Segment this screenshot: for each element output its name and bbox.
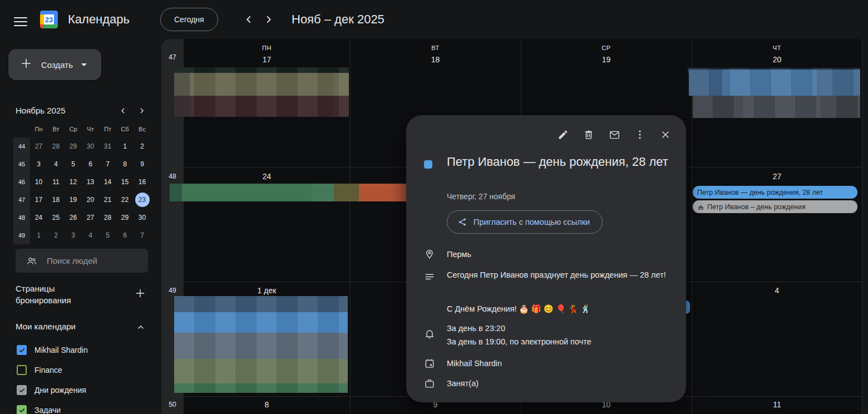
mini-cal-day[interactable]: 19 xyxy=(65,191,82,209)
date-17[interactable]: 17 xyxy=(263,55,272,64)
mini-cal-day-selected[interactable]: 23 xyxy=(134,191,151,209)
delete-icon[interactable] xyxy=(583,129,595,141)
calendar-item-mikhail-shardin[interactable]: Mikhail Shardin xyxy=(10,341,149,359)
mini-cal-day[interactable]: 28 xyxy=(47,137,65,155)
mini-cal-day[interactable]: 22 xyxy=(116,191,134,209)
event-color-swatch xyxy=(424,160,432,169)
create-button[interactable]: Создать xyxy=(8,49,101,80)
people-search-input[interactable] xyxy=(47,256,130,265)
event-location: Пермь xyxy=(447,248,676,260)
my-calendars-label[interactable]: Мои календари xyxy=(16,322,76,331)
blurred-multiday-event[interactable] xyxy=(170,184,407,201)
calendar-item-finance[interactable]: Finance xyxy=(10,361,149,379)
calendar-logo-icon[interactable]: 23 xyxy=(40,11,58,28)
mini-cal-day[interactable]: 2 xyxy=(47,226,65,244)
mini-cal-day[interactable]: 8 xyxy=(116,155,134,173)
date-4[interactable]: 4 xyxy=(692,286,862,295)
mini-cal-day[interactable]: 18 xyxy=(47,191,65,209)
checkbox-checked[interactable] xyxy=(17,345,27,355)
mini-cal-day[interactable]: 10 xyxy=(30,173,47,191)
mini-cal-day[interactable]: 30 xyxy=(82,137,99,155)
date-19[interactable]: 19 xyxy=(602,55,611,64)
mini-cal-day[interactable]: 20 xyxy=(82,191,99,209)
mini-cal-prev-icon[interactable] xyxy=(117,105,129,116)
mini-cal-day[interactable]: 27 xyxy=(30,137,47,155)
mini-cal-day[interactable]: 27 xyxy=(82,209,99,226)
mini-cal-day[interactable]: 21 xyxy=(99,191,116,209)
mini-cal-day[interactable]: 17 xyxy=(30,191,47,209)
main-menu-icon[interactable] xyxy=(12,12,29,27)
blurred-event-block[interactable] xyxy=(689,70,860,96)
add-booking-page-icon[interactable] xyxy=(134,287,147,300)
date-24[interactable]: 24 xyxy=(184,172,350,181)
mini-cal-day[interactable]: 26 xyxy=(65,209,82,226)
date-27[interactable]: 27 xyxy=(692,172,862,181)
mini-cal-day[interactable]: 12 xyxy=(65,173,82,191)
event-details-popup: Петр Иванов — день рождения, 28 лет Четв… xyxy=(406,115,686,402)
mini-cal-day[interactable]: 6 xyxy=(82,155,99,173)
mini-cal-day[interactable]: 7 xyxy=(134,226,151,244)
mini-cal-day[interactable]: 7 xyxy=(99,155,116,173)
event-chip-birthday-28[interactable]: Петр Иванов — день рождения, 28 лет xyxy=(693,186,857,199)
mini-cal-day[interactable]: 5 xyxy=(65,155,82,173)
collapse-my-calendars-icon[interactable] xyxy=(135,322,146,333)
mini-cal-day[interactable]: 28 xyxy=(99,209,116,226)
availability-briefcase-icon xyxy=(423,377,436,390)
checkbox-checked[interactable] xyxy=(17,405,27,414)
invite-by-link-button[interactable]: Пригласить с помощью ссылки xyxy=(447,210,603,234)
mini-cal-day[interactable]: 11 xyxy=(47,173,65,191)
blurred-event-block[interactable] xyxy=(174,73,349,96)
checkbox-unchecked[interactable] xyxy=(17,365,27,375)
mini-cal-day[interactable]: 30 xyxy=(134,209,151,226)
close-icon[interactable] xyxy=(659,129,672,141)
mini-cal-day[interactable]: 16 xyxy=(134,173,151,191)
mini-cal-day[interactable]: 15 xyxy=(116,173,134,191)
date-18[interactable]: 18 xyxy=(431,55,440,64)
people-search-box[interactable] xyxy=(16,249,148,273)
mini-cal-day[interactable]: 24 xyxy=(30,209,47,226)
mini-cal-day[interactable]: 13 xyxy=(82,173,99,191)
blurred-event-stack[interactable] xyxy=(174,296,348,393)
mini-cal-day[interactable]: 5 xyxy=(99,226,116,244)
mini-cal-day[interactable]: 2 xyxy=(134,137,151,155)
mini-cal-day[interactable]: 31 xyxy=(99,137,116,155)
calendar-owner-name: Mikhail Shardin xyxy=(447,357,676,369)
calendar-item-birthdays[interactable]: Дни рождения xyxy=(10,381,149,399)
mini-cal-day[interactable]: 29 xyxy=(116,209,134,226)
mini-cal-day[interactable]: 1 xyxy=(30,226,47,244)
mini-cal-day[interactable]: 4 xyxy=(47,155,65,173)
share-icon xyxy=(457,217,467,227)
mini-cal-day[interactable]: 6 xyxy=(116,226,134,244)
date-8[interactable]: 8 xyxy=(184,400,350,409)
booking-pages-label[interactable]: Страницы бронирования xyxy=(16,283,99,306)
mini-cal-day[interactable]: 1 xyxy=(116,137,134,155)
mini-cal-day[interactable]: 4 xyxy=(82,226,99,244)
mini-cal-day[interactable]: 3 xyxy=(65,226,82,244)
mini-cal-day[interactable]: 25 xyxy=(47,209,65,226)
date-11[interactable]: 11 xyxy=(692,400,862,409)
more-options-icon[interactable] xyxy=(634,129,646,141)
mini-cal-day[interactable]: 9 xyxy=(134,155,151,173)
calendar-item-tasks[interactable]: Задачи xyxy=(10,401,149,414)
next-period-icon[interactable] xyxy=(262,13,275,26)
mini-cal-next-icon[interactable] xyxy=(136,105,147,116)
date-1-dec[interactable]: 1 дек xyxy=(184,286,350,295)
mini-cal-day[interactable]: 3 xyxy=(30,155,47,173)
mini-cal-day[interactable]: 29 xyxy=(65,137,82,155)
prev-period-icon[interactable] xyxy=(242,13,255,26)
email-icon[interactable] xyxy=(608,129,620,141)
edit-icon[interactable] xyxy=(557,129,569,141)
today-button[interactable]: Сегодня xyxy=(160,8,218,31)
date-20[interactable]: 20 xyxy=(773,55,782,64)
checkbox-checked[interactable] xyxy=(17,385,27,395)
blurred-event-block[interactable] xyxy=(693,96,860,118)
logo-day-number: 23 xyxy=(44,14,54,24)
blurred-event-block[interactable] xyxy=(174,67,349,73)
mini-cal-day[interactable]: 14 xyxy=(99,173,116,191)
partially-hidden-event-chip[interactable] xyxy=(686,300,690,314)
blurred-event-block[interactable] xyxy=(174,96,349,117)
calendar-owner-icon xyxy=(423,357,436,370)
event-chip-birthday[interactable]: Петр Иванов – день рождения xyxy=(693,200,857,213)
location-icon xyxy=(423,248,436,261)
mini-cal-weekday: Пн xyxy=(30,124,47,135)
